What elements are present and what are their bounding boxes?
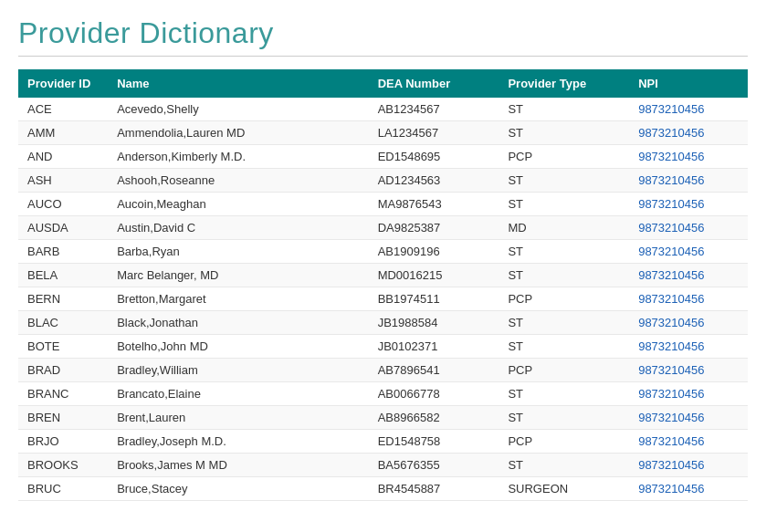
table-row: AUCOAucoin,MeaghanMA9876543ST9873210456 <box>18 193 748 216</box>
cell-npi[interactable]: 9873210456 <box>629 406 748 430</box>
cell-type: ST <box>498 454 629 477</box>
cell-type: ST <box>498 311 629 335</box>
npi-link[interactable]: 9873210456 <box>638 197 704 211</box>
cell-npi[interactable]: 9873210456 <box>629 454 748 477</box>
table-row: AMMAmmendolia,Lauren MDLA1234567ST987321… <box>18 121 748 145</box>
cell-dea: AB1909196 <box>369 240 499 264</box>
page-title: Provider Dictionary <box>18 16 748 50</box>
table-row: BERNBretton,MargaretBB1974511PCP98732104… <box>18 287 748 311</box>
cell-dea: ED1548758 <box>369 430 499 454</box>
cell-name: Marc Belanger, MD <box>108 264 369 287</box>
cell-dea: AB7896541 <box>369 359 499 382</box>
cell-npi[interactable]: 9873210456 <box>629 264 748 287</box>
cell-type: ST <box>498 98 629 121</box>
npi-link[interactable]: 9873210456 <box>638 150 704 163</box>
npi-link[interactable]: 9873210456 <box>638 482 704 495</box>
cell-dea: AB8966582 <box>369 406 499 430</box>
cell-npi[interactable]: 9873210456 <box>629 359 748 382</box>
table-row: BRUCBruce,StaceyBR4545887SURGEON98732104… <box>18 477 748 501</box>
table-row: BLACBlack,JonathanJB1988584ST9873210456 <box>18 311 748 335</box>
cell-npi[interactable]: 9873210456 <box>629 335 748 359</box>
cell-type: SURGEON <box>498 477 629 501</box>
cell-name: Black,Jonathan <box>108 311 369 335</box>
table-row: ASHAshooh,RoseanneAD1234563ST9873210456 <box>18 169 748 193</box>
cell-npi[interactable]: 9873210456 <box>629 477 748 501</box>
cell-npi[interactable]: 9873210456 <box>629 216 748 240</box>
npi-link[interactable]: 9873210456 <box>638 363 704 377</box>
npi-link[interactable]: 9873210456 <box>638 434 704 448</box>
cell-provider-id: BRUC <box>18 477 108 501</box>
cell-dea: AB0066778 <box>369 382 499 406</box>
col-header-dea: DEA Number <box>369 69 499 98</box>
cell-provider-id: ASH <box>18 169 108 193</box>
npi-link[interactable]: 9873210456 <box>638 126 704 140</box>
cell-type: ST <box>498 240 629 264</box>
table-row: AUSDAAustin,David CDA9825387MD9873210456 <box>18 216 748 240</box>
npi-link[interactable]: 9873210456 <box>638 245 704 258</box>
cell-name: Bretton,Margaret <box>108 287 369 311</box>
npi-link[interactable]: 9873210456 <box>638 173 704 187</box>
cell-name: Ammendolia,Lauren MD <box>108 121 369 145</box>
cell-name: Brancato,Elaine <box>108 382 369 406</box>
cell-provider-id: BLAC <box>18 311 108 335</box>
cell-dea: MD0016215 <box>369 264 499 287</box>
npi-link[interactable]: 9873210456 <box>638 316 704 329</box>
cell-provider-id: AND <box>18 145 108 169</box>
cell-npi[interactable]: 9873210456 <box>629 240 748 264</box>
npi-link[interactable]: 9873210456 <box>638 102 704 116</box>
cell-name: Barba,Ryan <box>108 240 369 264</box>
npi-link[interactable]: 9873210456 <box>638 411 704 424</box>
cell-npi[interactable]: 9873210456 <box>629 287 748 311</box>
cell-provider-id: AUCO <box>18 193 108 216</box>
npi-link[interactable]: 9873210456 <box>638 268 704 282</box>
cell-npi[interactable]: 9873210456 <box>629 169 748 193</box>
cell-type: ST <box>498 193 629 216</box>
cell-dea: BA5676355 <box>369 454 499 477</box>
npi-link[interactable]: 9873210456 <box>638 292 704 306</box>
cell-type: ST <box>498 169 629 193</box>
npi-link[interactable]: 9873210456 <box>638 387 704 401</box>
cell-type: ST <box>498 406 629 430</box>
table-row: BARBBarba,RyanAB1909196ST9873210456 <box>18 240 748 264</box>
cell-npi[interactable]: 9873210456 <box>629 145 748 169</box>
cell-provider-id: BARB <box>18 240 108 264</box>
cell-type: PCP <box>498 430 629 454</box>
cell-provider-id: BREN <box>18 406 108 430</box>
npi-link[interactable]: 9873210456 <box>638 221 704 235</box>
table-row: BELAMarc Belanger, MDMD0016215ST98732104… <box>18 264 748 287</box>
table-row: ANDAnderson,Kimberly M.D.ED1548695PCP987… <box>18 145 748 169</box>
cell-provider-id: AUSDA <box>18 216 108 240</box>
cell-type: MD <box>498 216 629 240</box>
cell-dea: JB0102371 <box>369 335 499 359</box>
cell-name: Bruce,Stacey <box>108 477 369 501</box>
cell-npi[interactable]: 9873210456 <box>629 193 748 216</box>
cell-type: ST <box>498 264 629 287</box>
cell-provider-id: BERN <box>18 287 108 311</box>
cell-npi[interactable]: 9873210456 <box>629 311 748 335</box>
cell-dea: LA1234567 <box>369 121 499 145</box>
table-header: Provider ID Name DEA Number Provider Typ… <box>18 69 748 98</box>
cell-npi[interactable]: 9873210456 <box>629 121 748 145</box>
cell-name: Bradley,Joseph M.D. <box>108 430 369 454</box>
cell-npi[interactable]: 9873210456 <box>629 430 748 454</box>
cell-npi[interactable]: 9873210456 <box>629 382 748 406</box>
npi-link[interactable]: 9873210456 <box>638 458 704 472</box>
cell-provider-id: AMM <box>18 121 108 145</box>
provider-table: Provider ID Name DEA Number Provider Typ… <box>18 69 748 501</box>
cell-type: PCP <box>498 145 629 169</box>
cell-dea: AB1234567 <box>369 98 499 121</box>
cell-provider-id: ACE <box>18 98 108 121</box>
cell-npi[interactable]: 9873210456 <box>629 98 748 121</box>
table-row: BRANCBrancato,ElaineAB0066778ST987321045… <box>18 382 748 406</box>
npi-link[interactable]: 9873210456 <box>638 339 704 353</box>
table-row: BRENBrent,LaurenAB8966582ST9873210456 <box>18 406 748 430</box>
cell-dea: AD1234563 <box>369 169 499 193</box>
cell-type: ST <box>498 382 629 406</box>
table-row: ACEAcevedo,ShellyAB1234567ST9873210456 <box>18 98 748 121</box>
cell-dea: DA9825387 <box>369 216 499 240</box>
cell-dea: MA9876543 <box>369 193 499 216</box>
col-header-name: Name <box>108 69 369 98</box>
cell-name: Brent,Lauren <box>108 406 369 430</box>
cell-name: Aucoin,Meaghan <box>108 193 369 216</box>
cell-dea: ED1548695 <box>369 145 499 169</box>
